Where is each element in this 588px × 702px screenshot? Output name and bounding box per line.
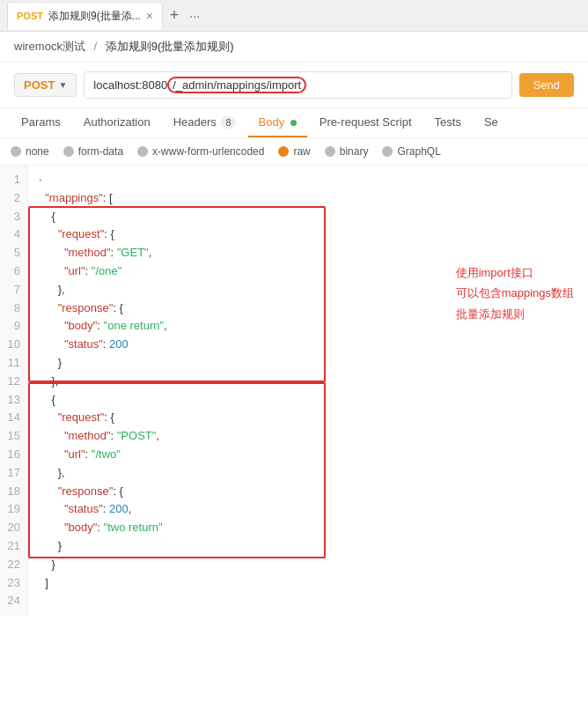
active-tab[interactable]: POST 添加规则9(批量添... × (7, 2, 163, 30)
line-number: 23 (7, 574, 20, 593)
line-number: 20 (7, 519, 20, 537)
tab-body[interactable]: Body (248, 108, 307, 137)
code-line: "mappings": [ (39, 189, 577, 208)
code-line: "url": "/two" (39, 446, 577, 464)
annotation-line2: 可以包含mappings数组 (456, 283, 574, 303)
code-line: ] (39, 574, 577, 593)
body-type-none-label: none (26, 145, 49, 158)
tab-tests[interactable]: Tests (424, 108, 472, 137)
line-number: 13 (7, 391, 20, 410)
annotation-text: 使用import接口 可以包含mappings数组 批量添加规则 (456, 262, 574, 324)
line-numbers: 123456789101112131415161718192021222324 (0, 166, 28, 616)
radio-graphql[interactable] (382, 146, 393, 157)
line-number: 12 (7, 373, 20, 391)
radio-urlencoded[interactable] (137, 146, 148, 157)
line-number: 9 (7, 317, 20, 336)
tab-bar: POST 添加规则9(批量添... × + ··· (0, 0, 588, 32)
code-line: } (39, 556, 577, 574)
method-selector[interactable]: POST ▼ (14, 73, 77, 97)
nav-tabs: Params Authorization Headers 8 Body Pre-… (0, 108, 588, 138)
tab-title: 添加规则9(批量添... (48, 9, 141, 24)
breadcrumb-current: 添加规则9(批量添加规则) (106, 40, 234, 53)
more-tabs-button[interactable]: ··· (184, 9, 205, 23)
code-line: } (39, 537, 577, 556)
line-number: 7 (7, 281, 20, 299)
line-number: 17 (7, 464, 20, 483)
url-prefix: localhost:8080 (93, 78, 167, 92)
code-line: "response": { (39, 483, 577, 501)
body-type-raw[interactable]: raw (278, 145, 310, 158)
body-dot-icon (290, 120, 297, 126)
line-number: 1 (7, 171, 20, 189)
tab-authorization[interactable]: Authorization (73, 108, 161, 137)
tab-params[interactable]: Params (11, 108, 71, 137)
code-line: { (39, 208, 577, 226)
add-tab-button[interactable]: + (165, 6, 185, 25)
breadcrumb: wiremock测试 / 添加规则9(批量添加规则) (0, 32, 588, 63)
body-type-form-data[interactable]: form-data (63, 145, 123, 158)
url-field[interactable]: localhost:8080/_admin/mappings/import (84, 71, 511, 99)
annotation-line1: 使用import接口 (456, 262, 574, 283)
code-line: "request": { (39, 409, 577, 427)
url-bar: POST ▼ localhost:8080/_admin/mappings/im… (0, 63, 588, 108)
code-editor[interactable]: 123456789101112131415161718192021222324 … (0, 166, 588, 616)
code-line: }, (39, 373, 577, 391)
code-line: "request": { (39, 225, 577, 244)
body-type-graphql[interactable]: GraphQL (382, 145, 440, 158)
line-number: 2 (7, 189, 20, 208)
tab-headers[interactable]: Headers 8 (163, 108, 246, 137)
line-number: 5 (7, 244, 20, 262)
line-number: 14 (7, 409, 20, 427)
line-number: 24 (7, 592, 20, 610)
line-number: 22 (7, 556, 20, 574)
radio-none[interactable] (11, 146, 21, 157)
body-type-form-data-label: form-data (78, 145, 123, 158)
tab-se[interactable]: Se (474, 108, 509, 137)
annotation-line3: 批量添加规则 (456, 304, 574, 324)
body-type-selector: none form-data x-www-form-urlencoded raw… (0, 138, 588, 166)
line-number: 11 (7, 354, 20, 373)
code-content[interactable]: · "mappings": [ { "request": { "method":… (28, 166, 588, 616)
code-editor-wrapper: 123456789101112131415161718192021222324 … (0, 166, 588, 616)
close-tab-button[interactable]: × (146, 10, 153, 22)
code-line: · (39, 171, 577, 189)
line-number: 19 (7, 500, 20, 519)
line-number: 16 (7, 446, 20, 464)
body-type-none[interactable]: none (11, 145, 49, 158)
radio-form-data[interactable] (63, 146, 74, 157)
code-line: "method": "POST", (39, 427, 577, 446)
code-line: { (39, 391, 577, 410)
send-button[interactable]: Send (519, 73, 574, 97)
code-line: "body": "two return" (39, 519, 577, 537)
method-label: POST (24, 78, 55, 92)
radio-binary[interactable] (325, 146, 335, 157)
body-type-raw-label: raw (293, 145, 310, 158)
line-number: 18 (7, 483, 20, 501)
breadcrumb-sep: / (94, 40, 98, 53)
line-number: 6 (7, 262, 20, 281)
breadcrumb-root[interactable]: wiremock测试 (14, 40, 85, 53)
body-type-binary[interactable]: binary (325, 145, 369, 158)
line-number: 8 (7, 299, 20, 318)
tab-method-badge: POST (17, 11, 43, 21)
body-type-graphql-label: GraphQL (397, 145, 440, 158)
code-line: } (39, 354, 577, 373)
body-type-urlencoded-label: x-www-form-urlencoded (152, 145, 264, 158)
headers-badge: 8 (221, 116, 235, 129)
line-number: 3 (7, 208, 20, 226)
url-path-highlighted: /_admin/mappings/import (167, 77, 306, 93)
code-line: "status": 200 (39, 336, 577, 354)
line-number: 4 (7, 225, 20, 244)
line-number: 10 (7, 336, 20, 354)
tab-pre-request-script[interactable]: Pre-request Script (309, 108, 423, 137)
line-number: 15 (7, 427, 20, 446)
body-type-binary-label: binary (340, 145, 369, 158)
code-line: }, (39, 464, 577, 483)
body-type-urlencoded[interactable]: x-www-form-urlencoded (137, 145, 264, 158)
radio-raw[interactable] (278, 146, 289, 157)
code-line: "status": 200, (39, 500, 577, 519)
line-number: 21 (7, 537, 20, 556)
code-line: "method": "GET", (39, 244, 577, 262)
chevron-down-icon: ▼ (58, 80, 67, 90)
